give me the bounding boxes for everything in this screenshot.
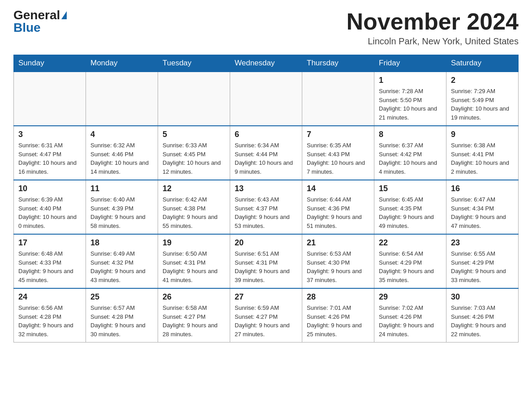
day-number: 11 bbox=[90, 184, 153, 193]
weekday-header-row: SundayMondayTuesdayWednesdayThursdayFrid… bbox=[14, 55, 519, 72]
day-number: 17 bbox=[18, 238, 81, 248]
day-info: Sunrise: 6:32 AMSunset: 4:46 PMDaylight:… bbox=[90, 141, 153, 176]
location-title: Lincoln Park, New York, United States bbox=[347, 36, 519, 47]
weekday-header-wednesday: Wednesday bbox=[230, 55, 302, 72]
day-number: 18 bbox=[90, 238, 153, 248]
day-info: Sunrise: 6:48 AMSunset: 4:33 PMDaylight:… bbox=[18, 249, 81, 284]
day-info: Sunrise: 6:42 AMSunset: 4:38 PMDaylight:… bbox=[163, 195, 225, 230]
day-info: Sunrise: 6:49 AMSunset: 4:32 PMDaylight:… bbox=[90, 249, 153, 284]
day-number: 9 bbox=[451, 130, 514, 139]
day-number: 30 bbox=[451, 292, 514, 302]
calendar-cell: 28Sunrise: 7:01 AMSunset: 4:26 PMDayligh… bbox=[302, 288, 374, 342]
day-number: 4 bbox=[90, 130, 153, 139]
day-number: 7 bbox=[307, 130, 369, 139]
day-info: Sunrise: 6:57 AMSunset: 4:28 PMDaylight:… bbox=[90, 304, 153, 338]
day-number: 29 bbox=[379, 292, 442, 302]
day-info: Sunrise: 6:53 AMSunset: 4:30 PMDaylight:… bbox=[307, 249, 369, 284]
weekday-header-sunday: Sunday bbox=[14, 55, 86, 72]
weekday-header-monday: Monday bbox=[86, 55, 158, 72]
day-info: Sunrise: 6:50 AMSunset: 4:31 PMDaylight:… bbox=[163, 249, 225, 284]
day-number: 14 bbox=[307, 184, 369, 193]
calendar-week-row: 24Sunrise: 6:56 AMSunset: 4:28 PMDayligh… bbox=[14, 288, 519, 342]
weekday-header-friday: Friday bbox=[374, 55, 446, 72]
calendar-cell bbox=[230, 72, 302, 126]
day-number: 6 bbox=[235, 130, 297, 139]
page-header: General Blue November 2024 Lincoln Park,… bbox=[13, 9, 519, 47]
calendar-week-row: 1Sunrise: 7:28 AMSunset: 5:50 PMDaylight… bbox=[14, 72, 519, 126]
calendar-week-row: 10Sunrise: 6:39 AMSunset: 4:40 PMDayligh… bbox=[14, 180, 519, 234]
day-number: 5 bbox=[163, 130, 225, 139]
calendar-table: SundayMondayTuesdayWednesdayThursdayFrid… bbox=[13, 55, 519, 342]
day-number: 23 bbox=[451, 238, 514, 248]
calendar-week-row: 3Sunrise: 6:31 AMSunset: 4:47 PMDaylight… bbox=[14, 126, 519, 180]
calendar-cell: 17Sunrise: 6:48 AMSunset: 4:33 PMDayligh… bbox=[14, 234, 86, 288]
day-number: 26 bbox=[163, 292, 225, 302]
calendar-cell: 3Sunrise: 6:31 AMSunset: 4:47 PMDaylight… bbox=[14, 126, 86, 180]
day-number: 3 bbox=[18, 130, 81, 139]
day-info: Sunrise: 6:47 AMSunset: 4:34 PMDaylight:… bbox=[451, 195, 514, 230]
calendar-cell: 7Sunrise: 6:35 AMSunset: 4:43 PMDaylight… bbox=[302, 126, 374, 180]
day-info: Sunrise: 7:03 AMSunset: 4:26 PMDaylight:… bbox=[451, 304, 514, 338]
calendar-cell: 10Sunrise: 6:39 AMSunset: 4:40 PMDayligh… bbox=[14, 180, 86, 234]
calendar-cell: 13Sunrise: 6:43 AMSunset: 4:37 PMDayligh… bbox=[230, 180, 302, 234]
logo-triangle-icon bbox=[61, 11, 67, 19]
day-number: 8 bbox=[379, 130, 442, 139]
calendar-cell: 2Sunrise: 7:29 AMSunset: 5:49 PMDaylight… bbox=[446, 72, 519, 126]
calendar-cell: 16Sunrise: 6:47 AMSunset: 4:34 PMDayligh… bbox=[446, 180, 519, 234]
day-number: 21 bbox=[307, 238, 369, 248]
weekday-header-saturday: Saturday bbox=[446, 55, 519, 72]
calendar-cell bbox=[86, 72, 158, 126]
day-number: 1 bbox=[379, 76, 442, 85]
day-number: 2 bbox=[451, 76, 514, 85]
month-title: November 2024 bbox=[347, 9, 519, 34]
day-info: Sunrise: 6:44 AMSunset: 4:36 PMDaylight:… bbox=[307, 195, 369, 230]
day-number: 28 bbox=[307, 292, 369, 302]
calendar-cell: 8Sunrise: 6:37 AMSunset: 4:42 PMDaylight… bbox=[374, 126, 446, 180]
calendar-cell bbox=[302, 72, 374, 126]
calendar-cell: 4Sunrise: 6:32 AMSunset: 4:46 PMDaylight… bbox=[86, 126, 158, 180]
day-info: Sunrise: 6:37 AMSunset: 4:42 PMDaylight:… bbox=[379, 141, 442, 176]
day-info: Sunrise: 6:56 AMSunset: 4:28 PMDaylight:… bbox=[18, 304, 81, 338]
day-info: Sunrise: 6:45 AMSunset: 4:35 PMDaylight:… bbox=[379, 195, 442, 230]
calendar-cell bbox=[158, 72, 230, 126]
day-info: Sunrise: 6:51 AMSunset: 4:31 PMDaylight:… bbox=[235, 249, 297, 284]
day-info: Sunrise: 6:40 AMSunset: 4:39 PMDaylight:… bbox=[90, 195, 153, 230]
day-number: 22 bbox=[379, 238, 442, 248]
title-block: November 2024 Lincoln Park, New York, Un… bbox=[347, 9, 519, 47]
day-info: Sunrise: 6:43 AMSunset: 4:37 PMDaylight:… bbox=[235, 195, 297, 230]
calendar-cell: 11Sunrise: 6:40 AMSunset: 4:39 PMDayligh… bbox=[86, 180, 158, 234]
day-number: 16 bbox=[451, 184, 514, 193]
day-info: Sunrise: 7:02 AMSunset: 4:26 PMDaylight:… bbox=[379, 304, 442, 338]
calendar-cell: 19Sunrise: 6:50 AMSunset: 4:31 PMDayligh… bbox=[158, 234, 230, 288]
calendar-cell: 24Sunrise: 6:56 AMSunset: 4:28 PMDayligh… bbox=[14, 288, 86, 342]
day-info: Sunrise: 6:33 AMSunset: 4:45 PMDaylight:… bbox=[163, 141, 225, 176]
day-number: 25 bbox=[90, 292, 153, 302]
day-info: Sunrise: 6:54 AMSunset: 4:29 PMDaylight:… bbox=[379, 249, 442, 284]
day-info: Sunrise: 6:31 AMSunset: 4:47 PMDaylight:… bbox=[18, 141, 81, 176]
calendar-cell: 20Sunrise: 6:51 AMSunset: 4:31 PMDayligh… bbox=[230, 234, 302, 288]
logo: General Blue bbox=[13, 9, 67, 34]
day-info: Sunrise: 6:38 AMSunset: 4:41 PMDaylight:… bbox=[451, 141, 514, 176]
day-number: 12 bbox=[163, 184, 225, 193]
day-number: 15 bbox=[379, 184, 442, 193]
day-number: 13 bbox=[235, 184, 297, 193]
calendar-cell: 12Sunrise: 6:42 AMSunset: 4:38 PMDayligh… bbox=[158, 180, 230, 234]
calendar-week-row: 17Sunrise: 6:48 AMSunset: 4:33 PMDayligh… bbox=[14, 234, 519, 288]
calendar-cell: 1Sunrise: 7:28 AMSunset: 5:50 PMDaylight… bbox=[374, 72, 446, 126]
calendar-cell: 23Sunrise: 6:55 AMSunset: 4:29 PMDayligh… bbox=[446, 234, 519, 288]
calendar-cell: 25Sunrise: 6:57 AMSunset: 4:28 PMDayligh… bbox=[86, 288, 158, 342]
day-info: Sunrise: 6:34 AMSunset: 4:44 PMDaylight:… bbox=[235, 141, 297, 176]
calendar-cell: 18Sunrise: 6:49 AMSunset: 4:32 PMDayligh… bbox=[86, 234, 158, 288]
logo-blue-text: Blue bbox=[13, 21, 41, 34]
day-number: 19 bbox=[163, 238, 225, 248]
day-info: Sunrise: 6:59 AMSunset: 4:27 PMDaylight:… bbox=[235, 304, 297, 338]
day-info: Sunrise: 6:39 AMSunset: 4:40 PMDaylight:… bbox=[18, 195, 81, 230]
calendar-cell: 22Sunrise: 6:54 AMSunset: 4:29 PMDayligh… bbox=[374, 234, 446, 288]
day-info: Sunrise: 6:55 AMSunset: 4:29 PMDaylight:… bbox=[451, 249, 514, 284]
day-info: Sunrise: 6:58 AMSunset: 4:27 PMDaylight:… bbox=[163, 304, 225, 338]
calendar-cell: 30Sunrise: 7:03 AMSunset: 4:26 PMDayligh… bbox=[446, 288, 519, 342]
calendar-cell: 15Sunrise: 6:45 AMSunset: 4:35 PMDayligh… bbox=[374, 180, 446, 234]
weekday-header-thursday: Thursday bbox=[302, 55, 374, 72]
calendar-cell: 5Sunrise: 6:33 AMSunset: 4:45 PMDaylight… bbox=[158, 126, 230, 180]
day-number: 24 bbox=[18, 292, 81, 302]
